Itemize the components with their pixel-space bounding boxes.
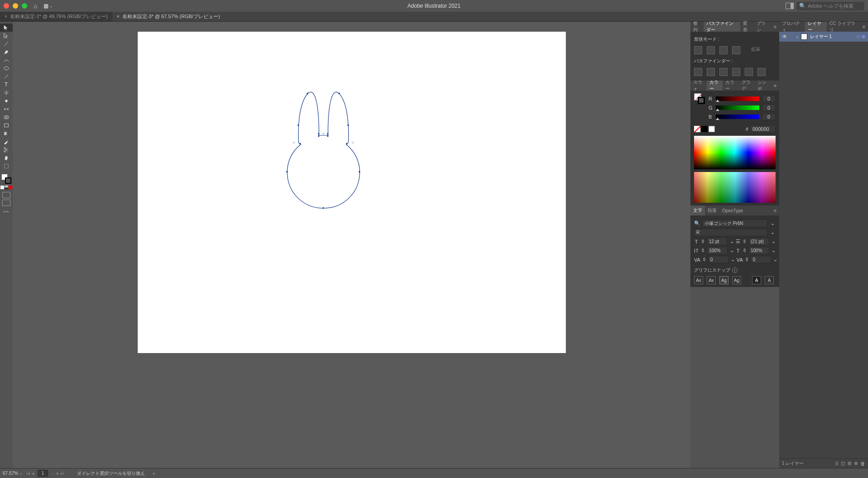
- vscale-field[interactable]: [707, 247, 728, 254]
- stepper-icon[interactable]: ⇳: [700, 239, 705, 245]
- fill-stroke-mini[interactable]: [694, 93, 705, 104]
- leading-field[interactable]: [748, 238, 769, 245]
- stepper-icon[interactable]: ⇳: [742, 248, 747, 254]
- stepper-icon[interactable]: ⇳: [702, 257, 706, 263]
- first-artboard-icon[interactable]: I◂: [26, 471, 30, 476]
- ellipse-tool[interactable]: [0, 64, 13, 72]
- stroke-mini-swatch[interactable]: [698, 97, 705, 104]
- tab-transform[interactable]: 変形: [740, 22, 753, 32]
- kerning-field[interactable]: [708, 256, 729, 263]
- prev-artboard-icon[interactable]: ◂: [32, 471, 34, 476]
- chevron-down-icon[interactable]: ⌄: [773, 257, 777, 263]
- chevron-down-icon[interactable]: ⌄: [729, 239, 734, 245]
- tab-brush[interactable]: ブラシ: [754, 22, 771, 32]
- zoom-select[interactable]: 67.57% ⌄: [3, 471, 23, 476]
- chevron-down-icon[interactable]: ⌄: [771, 248, 776, 254]
- new-layer-icon[interactable]: ⊕: [854, 461, 858, 466]
- font-family-field[interactable]: [702, 220, 767, 227]
- font-size-field[interactable]: [707, 238, 728, 245]
- snap-right-icon[interactable]: A: [765, 276, 774, 284]
- tab-cc-libraries[interactable]: CC ライブラリ: [827, 22, 860, 32]
- tab-paragraph[interactable]: 段落: [705, 206, 719, 215]
- rectangle-tool[interactable]: [0, 121, 13, 129]
- screen-mode-icon[interactable]: [2, 200, 10, 206]
- document-tab-active[interactable]: × 名称未設定-3* @ 67.57% (RGB/プレビュー): [112, 12, 225, 21]
- locate-object-icon[interactable]: ⎙: [835, 461, 838, 466]
- eyedropper-tool[interactable]: [0, 138, 13, 146]
- width-tool[interactable]: [0, 105, 13, 113]
- panel-menu-icon[interactable]: ≡: [771, 208, 779, 213]
- snap-capheight-icon[interactable]: Ag: [719, 276, 728, 284]
- r-slider[interactable]: [716, 96, 759, 101]
- last-artboard-icon[interactable]: ▸I: [61, 471, 64, 476]
- tab-colorguide[interactable]: カラー: [723, 81, 739, 91]
- home-icon[interactable]: ⌂: [34, 2, 37, 10]
- shape-builder-tool[interactable]: [0, 113, 13, 121]
- tab-gradient[interactable]: グラデ: [739, 81, 755, 91]
- tab-pathfinder[interactable]: パスファインダー: [704, 22, 740, 32]
- expand-layer-icon[interactable]: ›: [796, 34, 798, 39]
- divide-icon[interactable]: [694, 68, 702, 76]
- tab-properties[interactable]: プロパティ: [779, 22, 805, 32]
- panel-menu-icon[interactable]: ≡: [771, 24, 779, 29]
- snap-left-icon[interactable]: A: [752, 276, 761, 284]
- fill-stroke-swatch[interactable]: [1, 174, 11, 184]
- snap-glyph-icon[interactable]: Ag: [732, 276, 741, 284]
- chevron-down-icon[interactable]: ⌄: [731, 257, 735, 263]
- expand-button[interactable]: 拡張: [745, 46, 767, 54]
- visibility-icon[interactable]: 👁: [782, 33, 787, 40]
- panel-layout-icon[interactable]: [786, 3, 794, 9]
- chevron-down-icon[interactable]: ⌄: [52, 471, 55, 475]
- crop-icon[interactable]: [732, 68, 740, 76]
- pen-tool[interactable]: [0, 48, 13, 56]
- tab-swatch[interactable]: スウォ: [690, 81, 707, 91]
- color-spectrum[interactable]: [694, 136, 776, 169]
- color-mode-icons[interactable]: [0, 186, 12, 189]
- edit-toolbar-icon[interactable]: •••: [4, 210, 9, 214]
- b-value[interactable]: 0: [762, 113, 776, 120]
- tab-color[interactable]: カラー: [707, 81, 723, 91]
- layer-name-label[interactable]: レイヤー 1: [810, 33, 832, 40]
- hscale-field[interactable]: [748, 247, 769, 254]
- artboard-tool[interactable]: [0, 162, 13, 170]
- chevron-down-icon[interactable]: ⌄: [769, 229, 776, 236]
- font-style-field[interactable]: [694, 229, 767, 236]
- document-tab[interactable]: × 名称未設定-1* @ 49.76% (RGB/プレビュー): [0, 12, 112, 21]
- close-tab-icon[interactable]: ×: [117, 14, 120, 19]
- unite-icon[interactable]: [694, 46, 702, 54]
- tab-symbol[interactable]: シンボ: [755, 81, 771, 91]
- minus-front-icon[interactable]: [707, 46, 715, 54]
- direct-selection-tool[interactable]: [0, 32, 13, 40]
- delete-layer-icon[interactable]: 🗑: [860, 461, 865, 466]
- magic-wand-tool[interactable]: [0, 40, 13, 48]
- selection-tool[interactable]: [0, 24, 13, 32]
- snap-baseline-icon[interactable]: Ax: [694, 276, 703, 284]
- scissors-tool[interactable]: [0, 146, 13, 154]
- info-icon[interactable]: i: [732, 268, 738, 273]
- minus-back-icon[interactable]: [757, 68, 766, 76]
- reflect-tool[interactable]: [0, 89, 13, 97]
- make-clipping-icon[interactable]: ◫: [841, 461, 845, 466]
- maximize-icon[interactable]: [22, 3, 27, 9]
- chevron-down-icon[interactable]: ⌄: [769, 220, 776, 227]
- help-search[interactable]: 🔍 Adobe ヘルプを検索: [796, 2, 864, 10]
- tab-character[interactable]: 文字: [690, 206, 705, 215]
- outline-icon[interactable]: [745, 68, 753, 76]
- curvature-tool[interactable]: [0, 56, 13, 64]
- bunny-path[interactable]: [283, 88, 364, 210]
- merge-icon[interactable]: [719, 68, 728, 76]
- trim-icon[interactable]: [707, 68, 715, 76]
- white-swatch-icon[interactable]: [709, 126, 715, 132]
- panel-menu-icon[interactable]: ≡: [771, 83, 779, 88]
- type-tool[interactable]: T: [0, 81, 13, 89]
- paintbucket-tool[interactable]: [0, 97, 13, 105]
- artboard[interactable]: [138, 32, 566, 353]
- layers-list[interactable]: [779, 42, 868, 458]
- tab-opentype[interactable]: OpenType: [719, 206, 746, 215]
- gradient-tool[interactable]: [0, 129, 13, 138]
- new-sublayer-icon[interactable]: ⊞: [848, 461, 851, 466]
- chevron-down-icon[interactable]: ⌄: [19, 471, 23, 475]
- tab-layers[interactable]: レイヤー: [805, 22, 827, 32]
- hue-bar[interactable]: [694, 172, 776, 203]
- minimize-icon[interactable]: [13, 3, 18, 9]
